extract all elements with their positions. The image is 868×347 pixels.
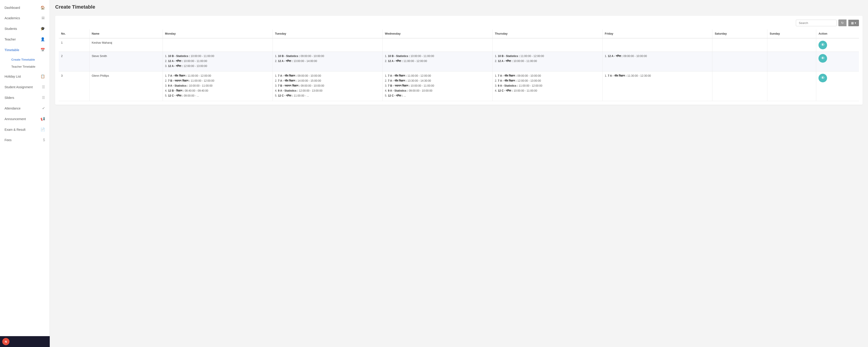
sidebar-item-timetable[interactable]: Timetable 📅	[0, 44, 50, 55]
schedule-time: 13:30:00 - 14:30:00	[407, 79, 431, 82]
schedule-entry: 4. 9 A - Statistics : 12:00:00 - 13:00:0…	[275, 89, 380, 93]
schedule-time: 11:00:00 - 12:00:00	[407, 74, 431, 77]
academics-icon: 🏛	[41, 16, 45, 20]
sidebar-item-academics[interactable]: Academics 🏛	[0, 13, 50, 23]
timetable-card: ↻ ▦ ▾ No. Name Monday Tuesday Wednesday …	[55, 16, 863, 105]
sidebar-item-dashboard[interactable]: Dashboard 🏠	[0, 2, 50, 13]
view-button[interactable]: 👁	[818, 41, 827, 49]
subject-name: 12 A - गणित :	[608, 55, 623, 58]
row-wednesday: 1. 7 A - जीव विज्ञान : 11:00:00 - 12:00:…	[382, 71, 492, 101]
row-friday: 1. 7 A - जीव विज्ञान : 11:30:00 - 12:30:…	[602, 71, 712, 101]
sidebar-item-attendance[interactable]: Attendance ✔	[0, 103, 50, 114]
sidebar-item-announcement[interactable]: Announcement 📢	[0, 114, 50, 124]
subject-name: 12 A - गणित :	[498, 60, 514, 63]
schedule-entry: 2. 12 A - गणित : 13:00:00 - 14:00:00	[275, 59, 380, 63]
sidebar-item-exam-result[interactable]: Exam & Result 📄	[0, 124, 50, 135]
sidebar-item-holiday-list[interactable]: Holiday List 📋	[0, 71, 50, 82]
row-thursday: 1. 7 A - जीव विज्ञान : 09:00:00 - 10:00:…	[492, 71, 602, 101]
view-button[interactable]: 👁	[818, 54, 827, 63]
main-content: Create Timetable ↻ ▦ ▾ No. Name Monday T…	[50, 0, 868, 347]
schedule-time: 11:30:00 - 12:30:00	[627, 74, 651, 77]
row-friday: 1. 12 A - गणित : 09:00:00 - 10:00:00	[602, 52, 712, 71]
sidebar: Dashboard 🏠 Academics 🏛 Students 🎓 Teach…	[0, 0, 50, 347]
schedule-entry: 2. 12 A - गणित : 10:00:00 - 11:00:00	[165, 59, 270, 63]
submenu-create-timetable[interactable]: Create Timetable	[9, 56, 50, 63]
col-sunday: Sunday	[767, 29, 816, 38]
subject-name: 12 A - गणित :	[388, 60, 403, 63]
sidebar-item-teacher[interactable]: Teacher 👤	[0, 34, 50, 44]
schedule-entry: 1. 12 A - गणित : 09:00:00 - 10:00:00	[605, 54, 710, 58]
submenu-teacher-timetable[interactable]: Teacher Timetable	[9, 63, 50, 70]
schedule-entry: 3. 12 A - गणित : 12:00:00 - 13:00:00	[165, 64, 270, 68]
timetable-icon: 📅	[40, 48, 45, 52]
table-icon: ▦	[851, 21, 854, 25]
subject-name: 7 B - रसायन विज्ञान :	[168, 79, 191, 82]
row-sunday	[767, 71, 816, 101]
subject-name: 7 A - जीव विज्ञान :	[608, 74, 627, 77]
row-no: 2	[59, 52, 89, 71]
subject-name: 12 B - विज्ञान :	[168, 89, 185, 92]
subject-name: 7 A - जीव विज्ञान :	[278, 74, 298, 77]
schedule-time: 10:00:00 - 11:00:00	[184, 60, 207, 63]
subject-name: 12 C - गणित :	[498, 89, 514, 92]
page-title: Create Timetable	[50, 0, 868, 12]
col-monday: Monday	[163, 29, 273, 38]
row-tuesday	[273, 38, 382, 52]
schedule-time: 09:00:00 - 10:00:00	[623, 55, 647, 58]
avatar: N	[2, 338, 9, 345]
row-thursday: 1. 10 B - Statistics : 11:00:00 - 12:00:…	[492, 52, 602, 71]
view-button[interactable]: 👁	[818, 74, 827, 82]
schedule-entry: 2. 12 A - गणित : 10:00:00 - 11:00:00	[495, 59, 600, 63]
dashboard-label: Dashboard	[4, 6, 20, 9]
schedule-entry: 2. 7 A - जीव विज्ञान : 12:00:00 - 13:00:…	[495, 79, 600, 83]
schedule-entry: 3. 9 A - Statistics : 11:00:00 - 12:00:0…	[495, 84, 600, 88]
col-no: No.	[59, 29, 89, 38]
table-view-button[interactable]: ▦ ▾	[848, 20, 859, 26]
sliders-icon: ☰	[42, 95, 45, 100]
subject-name: 7 A - जीव विज्ञान :	[278, 79, 298, 82]
schedule-time: 10:00:00 - 11:00:00	[191, 55, 214, 58]
sidebar-item-sliders[interactable]: Sliders ☰	[0, 92, 50, 103]
schedule-time: ...	[404, 94, 406, 97]
subject-name: 7 A - जीव विज्ञान :	[388, 79, 407, 82]
sidebar-item-students[interactable]: Students 🎓	[0, 23, 50, 34]
table-row: 1 Keshav Maharaj 👁	[59, 38, 859, 52]
row-monday: 1. 7 A - जीव विज्ञान : 11:00:00 - 12:00:…	[163, 71, 273, 101]
schedule-time: 13:00:00 - 14:00:00	[293, 60, 317, 63]
schedule-time: 10:00:00 - 11:00:00	[410, 55, 434, 58]
assignment-label: Student Assignment	[4, 85, 33, 89]
subject-name: 10 B - Statistics :	[498, 55, 520, 58]
exam-label: Exam & Result	[4, 128, 26, 131]
row-tuesday: 1. 10 B - Statistics : 09:00:00 - 10:00:…	[273, 52, 382, 71]
schedule-entry: 4. 9 A - Statistics : 09:00:00 - 10:00:0…	[385, 89, 490, 93]
schedule-time: 14:00:00 - 15:00:00	[298, 79, 321, 82]
schedule-entry: 2. 7 A - जीव विज्ञान : 13:30:00 - 14:30:…	[385, 79, 490, 83]
search-input[interactable]	[796, 20, 837, 26]
subject-name: 12 A - गणित :	[168, 64, 184, 68]
schedule-entry: 1. 10 B - Statistics : 10:00:00 - 11:00:…	[385, 54, 490, 58]
sidebar-item-fees[interactable]: Fees $	[0, 135, 50, 145]
refresh-button[interactable]: ↻	[838, 20, 846, 26]
col-wednesday: Wednesday	[382, 29, 492, 38]
holiday-icon: 📋	[40, 74, 45, 78]
academics-label: Academics	[4, 16, 20, 20]
schedule-entry: 2. 12 A - गणित : 11:00:00 - 12:00:00	[385, 59, 490, 63]
schedule-time: 11:00:00 - 12:00:00	[520, 55, 544, 58]
subject-name: 7 A - जीव विज्ञान :	[498, 79, 517, 82]
table-dropdown-icon: ▾	[855, 21, 856, 25]
col-friday: Friday	[602, 29, 712, 38]
fees-icon: $	[43, 138, 45, 142]
row-action: 👁	[816, 38, 859, 52]
teacher-label: Teacher	[4, 37, 16, 41]
schedule-time: 12:00:00 - 13:00:00	[299, 89, 322, 92]
col-name: Name	[89, 29, 163, 38]
subject-name: 10 B - Statistics :	[278, 55, 301, 58]
row-monday	[163, 38, 273, 52]
schedule-time: 09:00:00 - 10:00:00	[409, 89, 432, 92]
schedule-time: 09:00:00 - ...	[184, 94, 199, 97]
subject-name: 12 C - गणित :	[168, 94, 184, 97]
subject-name: 9 A - Statistics :	[168, 84, 189, 87]
schedule-time: 10:00:00 - 11:00:00	[411, 84, 434, 87]
schedule-entry: 1. 7 A - जीव विज्ञान : 09:00:00 - 10:00:…	[275, 74, 380, 78]
sidebar-item-student-assignment[interactable]: Student Assignment ☰	[0, 82, 50, 92]
